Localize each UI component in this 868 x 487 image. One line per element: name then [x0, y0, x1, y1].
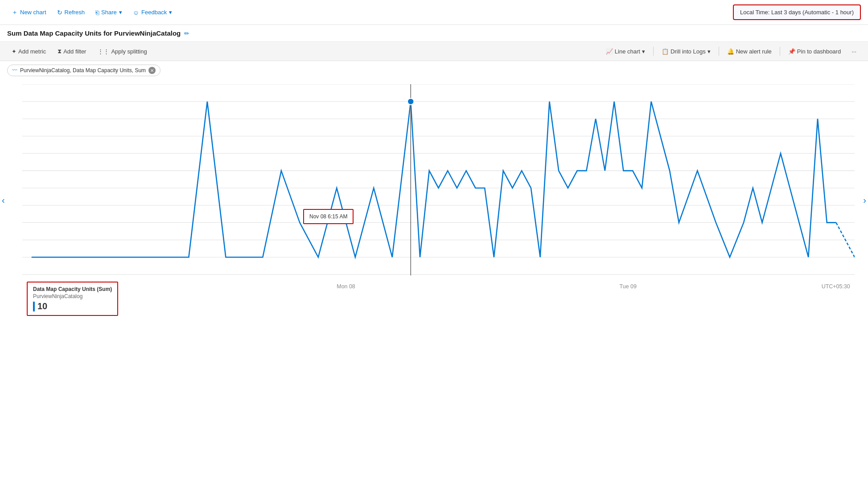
- svg-text:Tue 09: Tue 09: [620, 283, 637, 290]
- more-options-button[interactable]: ···: [847, 46, 861, 57]
- feedback-icon: ☺: [133, 9, 139, 16]
- pin-icon: 📌: [788, 48, 795, 55]
- chart-svg: 0 1 2 3 4 5 6 7 8 9 10 11 Nov 07 Mon 08 …: [22, 84, 855, 294]
- refresh-button[interactable]: ↻ Refresh: [53, 6, 90, 19]
- divider2: [719, 47, 719, 56]
- apply-splitting-button[interactable]: ⋮⋮ Apply splitting: [93, 46, 151, 57]
- drill-logs-button[interactable]: 📋 Drill into Logs ▾: [657, 46, 715, 57]
- svg-text:UTC+05:30: UTC+05:30: [822, 283, 850, 290]
- metric-tag: 〰 PurviewNinjaCatalog, Data Map Capacity…: [7, 65, 160, 76]
- legend-bar: [33, 302, 35, 311]
- legend-value: 10: [33, 301, 112, 311]
- chart-area: ‹ › 0 1 2 3 4 5 6 7 8 9: [0, 80, 868, 320]
- legend-box: Data Map Capacity Units (Sum) PurviewNin…: [27, 282, 118, 316]
- drill-logs-chevron: ▾: [708, 48, 711, 55]
- line-chart-button[interactable]: 📈 Line chart ▾: [601, 46, 650, 57]
- divider: [653, 47, 654, 56]
- chart-title-bar: Sum Data Map Capacity Units for PurviewN…: [0, 25, 868, 42]
- legend-title: Data Map Capacity Units (Sum): [33, 286, 112, 292]
- share-icon: ⎗: [95, 9, 99, 16]
- refresh-icon: ↻: [57, 9, 62, 16]
- metric-tags: 〰 PurviewNinjaCatalog, Data Map Capacity…: [0, 61, 868, 80]
- drill-logs-icon: 📋: [662, 48, 669, 55]
- edit-icon[interactable]: ✏: [184, 30, 189, 37]
- pin-dashboard-button[interactable]: 📌 Pin to dashboard: [784, 46, 845, 57]
- line-chart-chevron: ▾: [642, 48, 645, 55]
- feedback-button[interactable]: ☺ Feedback ▾: [128, 6, 177, 19]
- nav-arrow-left[interactable]: ‹: [2, 195, 5, 205]
- metric-tag-close-button[interactable]: ✕: [148, 67, 156, 74]
- chart-container: 0 1 2 3 4 5 6 7 8 9 10 11 Nov 07 Mon 08 …: [0, 80, 868, 320]
- new-chart-button[interactable]: ＋ New chart: [7, 6, 51, 19]
- svg-text:Mon 08: Mon 08: [337, 283, 355, 290]
- splitting-icon: ⋮⋮: [98, 48, 109, 55]
- new-alert-rule-button[interactable]: 🔔 New alert rule: [723, 46, 776, 57]
- alert-icon: 🔔: [727, 48, 734, 55]
- divider3: [780, 47, 780, 56]
- toolbar: ＋ New chart ↻ Refresh ⎗ Share ▾ ☺ Feedba…: [0, 0, 868, 25]
- plus-icon: ＋: [12, 8, 18, 16]
- time-range-button[interactable]: Local Time: Last 3 days (Automatic - 1 h…: [733, 4, 861, 20]
- metric-tag-icon: 〰: [12, 67, 17, 74]
- share-chevron-icon: ▾: [119, 9, 122, 16]
- share-button[interactable]: ⎗ Share ▾: [91, 6, 127, 19]
- svg-point-30: [407, 98, 414, 105]
- add-filter-button[interactable]: ⧗ Add filter: [53, 45, 91, 57]
- feedback-chevron-icon: ▾: [169, 9, 172, 16]
- chart-controls: ✦ Add metric ⧗ Add filter ⋮⋮ Apply split…: [0, 42, 868, 61]
- add-metric-icon: ✦: [12, 48, 16, 55]
- add-metric-button[interactable]: ✦ Add metric: [7, 46, 50, 57]
- ellipsis-icon: ···: [852, 48, 856, 55]
- chart-title: Sum Data Map Capacity Units for PurviewN…: [7, 29, 181, 37]
- line-chart-icon: 📈: [606, 48, 613, 55]
- nav-arrow-right[interactable]: ›: [863, 195, 866, 205]
- legend-subtitle: PurviewNinjaCatalog: [33, 293, 112, 299]
- add-filter-icon: ⧗: [58, 48, 62, 55]
